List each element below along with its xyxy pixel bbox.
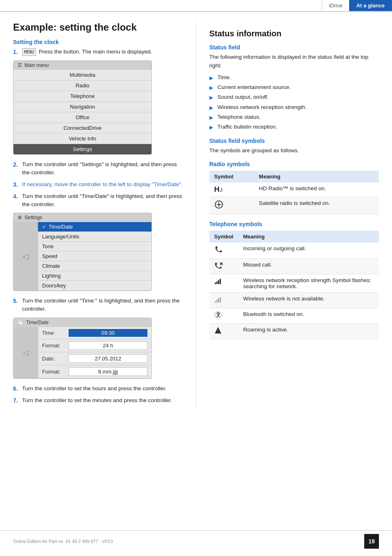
step-7: 7. Turn the controller to set the minute… [13, 396, 183, 405]
radio-symbol-hd: H♪ [209, 182, 254, 197]
bullet-telephone: ▶ Telephone status. [209, 112, 379, 122]
step-3: 3. If necessary, move the controller to … [13, 180, 183, 189]
status-field-body: The following information is displayed i… [209, 53, 379, 70]
tel-meaning-roaming: Roaming is active. [238, 324, 379, 339]
step-6-text: Turn the controller to set the hours and… [22, 385, 183, 393]
tel-meaning-bluetooth: Bluetooth is switched on. [238, 308, 379, 324]
step-2-num: 2. [13, 160, 22, 177]
bullet-arrow-icon-4: ▶ [209, 104, 214, 111]
telephone-symbols-subtitle: Telephone symbols [209, 221, 379, 227]
main-menu-mockup: ☰ Main menu Multimedia Radio Telephone N… [13, 60, 152, 155]
svg-rect-9 [220, 279, 221, 284]
timedate-content: Time: 09:30 Format: 24 h Date: 27.05.201… [38, 327, 151, 378]
step-4-num: 4. [13, 192, 22, 209]
menu-item-telephone: Telephone [13, 91, 151, 102]
checkmark-icon: ✓ [42, 224, 46, 230]
header-idrive: iDrive [322, 0, 349, 11]
settings-menu-header-label: Settings [24, 215, 42, 220]
step-1-text: MENU Press the button. The main menu is … [22, 48, 183, 56]
right-column: Status information Status field The foll… [209, 22, 379, 408]
column-divider [196, 22, 196, 408]
timedate-row-date: Date: 27.05.2012 [38, 352, 151, 365]
timedate-clock-icon: 🕐 [18, 320, 24, 325]
settings-item-language: Language/Units [38, 232, 151, 242]
svg-rect-11 [216, 300, 218, 302]
step-6: 6. Turn the controller to set the hours … [13, 385, 183, 393]
status-symbols-body: The symbols are grouped as follows. [209, 147, 379, 155]
tel-symbol-bluetooth [209, 308, 238, 324]
roaming-icon [214, 327, 222, 334]
setting-clock-subtitle: Setting the clock [13, 39, 183, 45]
timedate-header-label: Time/Date [26, 320, 49, 325]
timedate-row-format2: Format: tt.mm.jjjj [38, 365, 151, 378]
radio-meaning-satellite: Satellite radio is switched on. [254, 197, 379, 214]
radio-table-header-symbol: Symbol [209, 171, 254, 182]
bullet-entertainment-text: Current entertainment source. [218, 83, 291, 91]
tel-row-signal-strong: Wireless network reception strength Symb… [209, 274, 379, 293]
missed-call-icon [214, 262, 223, 269]
step-1-num: 1. [13, 48, 22, 56]
bullet-arrow-icon: ▶ [209, 74, 214, 82]
timedate-label-time: Time: [42, 330, 69, 336]
radio-table-header-meaning: Meaning [254, 171, 379, 182]
tel-meaning-signal-weak: Wireless network is not available. [238, 293, 379, 308]
tel-symbol-roaming [209, 324, 238, 339]
svg-rect-13 [220, 297, 221, 302]
step-3-text: If necessary, move the controller to the… [22, 180, 183, 189]
tel-row-missed: Missed call. [209, 259, 379, 274]
menu-item-vehicleinfo: Vehicle Info [13, 133, 151, 144]
menu-item-settings: Settings [13, 144, 151, 154]
tel-symbol-signal-weak [209, 293, 238, 308]
status-bullets-list: ▶ Time. ▶ Current entertainment source. … [209, 73, 379, 132]
signal-strong-icon [214, 277, 223, 285]
tel-symbol-call [209, 242, 238, 259]
radio-meaning-hd: HD Radio™ is switched on. [254, 182, 379, 197]
settings-timedate-label: Time/Date [49, 224, 73, 230]
step-5-text: Turn the controller until "Time:" is hig… [22, 297, 183, 314]
svg-rect-6 [215, 282, 216, 284]
settings-controller-icon: ◁ [22, 251, 29, 261]
step-6-num: 6. [13, 385, 22, 393]
step-5: 5. Turn the controller until "Time:" is … [13, 297, 183, 314]
timedate-label-format1: Format: [42, 342, 69, 349]
timedate-controller-icon: ◁ [23, 348, 29, 357]
timedate-label-date: Date: [42, 356, 69, 362]
steps-list-2: 2. Turn the controller until "Settings" … [13, 160, 183, 209]
timedate-screen-inner: ◁ Time: 09:30 Format: 24 h Date: 27.05.2… [13, 327, 151, 378]
radio-symbols-subtitle: Radio symbols [209, 161, 379, 167]
timedate-mockup: 🕐 Time/Date ◁ Time: 09:30 Format: 24 h [13, 318, 152, 379]
steps-list-4: 6. Turn the controller to set the hours … [13, 385, 183, 405]
step-4: 4. Turn the controller until "Time/Date"… [13, 192, 183, 209]
timedate-left-graphic: ◁ [13, 327, 38, 378]
settings-item-tone: Tone [38, 242, 151, 251]
settings-item-speed: Speed [38, 251, 151, 261]
tel-row-roaming: Roaming is active. [209, 324, 379, 339]
tel-table-header-meaning: Meaning [238, 231, 379, 242]
settings-screen-inner: ◁ ✓ Time/Date Language/Units Tone Speed … [13, 222, 151, 291]
menu-item-navigation: Navigation [13, 102, 151, 112]
svg-rect-12 [218, 298, 219, 302]
footer-page-number: 19 [364, 534, 379, 549]
bullet-traffic-text: Traffic bulletin reception. [218, 123, 277, 131]
settings-gear-icon: ⚙ [18, 215, 22, 220]
bullet-arrow-icon-6: ▶ [209, 124, 214, 131]
phone-call-icon [214, 245, 223, 254]
footer-text: Online Edition for Part no. 01 40 2 909 … [13, 539, 113, 544]
bluetooth-icon [214, 311, 222, 318]
timedate-value-time: 09:30 [69, 329, 147, 337]
tel-table-header-symbol: Symbol [209, 231, 238, 242]
tel-row-call: Incoming or outgoing call. [209, 242, 379, 259]
main-menu-header-bar: ☰ Main menu [13, 61, 151, 70]
timedate-row-time: Time: 09:30 [38, 327, 151, 339]
menu-gear-icon: ☰ [18, 62, 22, 68]
menu-item-multimedia: Multimedia [13, 70, 151, 80]
settings-item-doorskey: Doors/key [38, 281, 151, 291]
bullet-traffic: ▶ Traffic bulletin reception. [209, 122, 379, 132]
bullet-arrow-icon-2: ▶ [209, 84, 214, 91]
radio-symbol-satellite [209, 197, 254, 214]
step-5-num: 5. [13, 297, 22, 314]
status-info-title: Status information [209, 29, 379, 38]
tel-meaning-signal-strong: Wireless network reception strength Symb… [238, 274, 379, 293]
step-2-text: Turn the controller until "Settings" is … [22, 160, 183, 177]
radio-table-row-satellite: Satellite radio is switched on. [209, 197, 379, 214]
